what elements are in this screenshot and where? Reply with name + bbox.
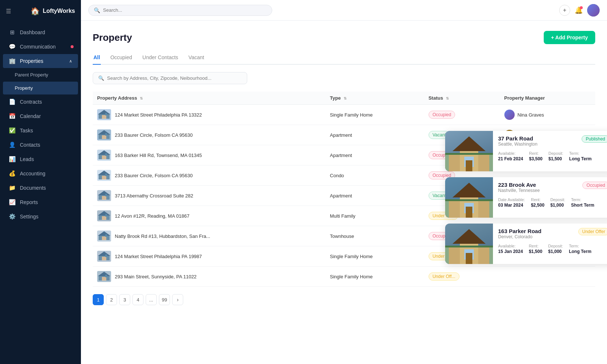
chevron-down-icon: ∧ <box>69 59 72 64</box>
sidebar-item-communication[interactable]: 💬 Communication <box>3 40 78 54</box>
table-row[interactable]: 124 Market Street Philadelphia PA 13322 … <box>93 105 595 125</box>
tabs: All Occupied Under Contacts Vacant <box>93 51 595 65</box>
property-search[interactable]: 🔍 <box>93 72 247 84</box>
address-cell: 124 Market Street Philadelphia PA 13322 <box>93 105 326 125</box>
card-rent: Rent: $2,500 <box>531 197 544 208</box>
sidebar-nav: ⊞ Dashboard 💬 Communication 🏢 Properties… <box>0 22 81 364</box>
search-box[interactable]: 🔍 <box>88 5 272 16</box>
type-cell: Apartment <box>326 145 424 165</box>
sidebar-item-label: Parent Property <box>15 72 48 78</box>
properties-icon: 🏢 <box>9 58 15 64</box>
sort-icon: ⇅ <box>344 96 347 100</box>
card-body: 37 Park Road Seattle, Washington Publish… <box>493 131 607 171</box>
svg-rect-13 <box>102 156 106 159</box>
card-image <box>445 224 493 264</box>
page-next-button[interactable]: › <box>172 294 183 305</box>
search-icon: 🔍 <box>94 7 100 13</box>
page-1-button[interactable]: 1 <box>93 294 104 305</box>
card-deposit: Deposit: $1,500 <box>549 151 563 161</box>
card-header-row: 37 Park Road Seattle, Washington Publish… <box>498 135 607 150</box>
col-type[interactable]: Type ⇅ <box>326 92 424 105</box>
tab-vacant[interactable]: Vacant <box>188 51 205 65</box>
sidebar-item-label: Accounting <box>20 171 45 176</box>
col-manager: Property Manager <box>500 92 595 105</box>
tab-all[interactable]: All <box>93 51 101 65</box>
plus-button[interactable]: + <box>559 5 570 16</box>
sidebar-item-contracts[interactable]: 📄 Contracts <box>3 95 78 109</box>
card-details: Date Available: 03 Mar 2024 Rent: $2,500… <box>498 197 607 208</box>
leads-icon: 📊 <box>9 156 15 163</box>
topbar-actions: + 🔔 <box>559 4 600 17</box>
tab-occupied[interactable]: Occupied <box>110 51 133 65</box>
sidebar-item-label: Contacts <box>20 142 40 148</box>
status-badge: Occupied <box>429 111 455 119</box>
col-address[interactable]: Property Address ⇅ <box>93 92 326 105</box>
property-card[interactable]: 163 Parker Road Denver, Colorado Under O… <box>445 224 607 264</box>
page-2-button[interactable]: 2 <box>106 294 117 305</box>
card-subtitle: Seattle, Washington <box>498 142 537 147</box>
svg-rect-29 <box>105 214 107 217</box>
sidebar-item-reports[interactable]: 📈 Reports <box>3 195 78 209</box>
address-cell: 3713 Abernathy Crossroad Suite 282 <box>93 186 326 206</box>
page-99-button[interactable]: 99 <box>159 294 170 305</box>
logo-text: LoftyWorks <box>43 8 75 14</box>
sidebar-item-leads[interactable]: 📊 Leads <box>3 152 78 166</box>
pagination: 1 2 3 4 ... 99 › <box>93 294 595 305</box>
sidebar-item-dashboard[interactable]: ⊞ Dashboard <box>3 25 78 39</box>
page-3-button[interactable]: 3 <box>119 294 130 305</box>
svg-rect-33 <box>102 236 106 240</box>
svg-rect-3 <box>102 115 106 119</box>
communication-badge <box>71 45 74 48</box>
manager-cell: Nina Graves <box>500 105 595 125</box>
calendar-icon: 📅 <box>9 113 15 119</box>
col-status[interactable]: Status ⇅ <box>424 92 500 105</box>
svg-marker-48 <box>452 136 486 151</box>
svg-rect-76 <box>466 253 472 264</box>
sidebar-item-contacts[interactable]: 👤 Contacts <box>3 138 78 152</box>
reports-icon: 📈 <box>9 199 15 206</box>
svg-rect-38 <box>102 257 106 260</box>
card-status-badge: Occupied <box>582 182 607 189</box>
type-cell: Multi Family <box>326 206 424 226</box>
sidebar-item-properties[interactable]: 🏢 Properties ∧ <box>3 54 78 68</box>
sidebar-item-accounting[interactable]: 💰 Accounting <box>3 167 78 181</box>
type-cell: Townhouse <box>326 226 424 246</box>
card-body: 223 Brook Ave Nashville, Tennessee Occup… <box>493 177 607 218</box>
sidebar-item-label: Contracts <box>20 99 42 105</box>
svg-marker-70 <box>452 229 486 244</box>
sidebar-item-parent-property[interactable]: Parent Property <box>3 68 78 81</box>
sidebar-item-documents[interactable]: 📁 Documents <box>3 181 78 195</box>
sidebar-item-property[interactable]: Property <box>3 82 78 94</box>
page-4-button[interactable]: 4 <box>132 294 143 305</box>
card-available: Date Available: 03 Mar 2024 <box>498 197 525 208</box>
sidebar-item-calendar[interactable]: 📅 Calendar <box>3 109 78 123</box>
status-badge: Under Off... <box>429 272 459 281</box>
type-cell: Condo <box>326 165 424 186</box>
property-search-input[interactable] <box>107 75 242 81</box>
property-card[interactable]: 223 Brook Ave Nashville, Tennessee Occup… <box>445 177 607 218</box>
search-input[interactable] <box>103 7 267 13</box>
sidebar-item-settings[interactable]: ⚙️ Settings <box>3 210 78 224</box>
hamburger-icon[interactable]: ☰ <box>6 8 11 15</box>
address-cell: 293 Main Street, Sunnyside, PA 11022 <box>93 267 326 287</box>
logo-icon: 🏠 <box>31 7 40 15</box>
tab-under-contacts[interactable]: Under Contacts <box>142 51 179 65</box>
svg-rect-14 <box>105 153 107 156</box>
property-card[interactable]: 37 Park Road Seattle, Washington Publish… <box>445 131 607 171</box>
table-row[interactable]: 293 Main Street, Sunnyside, PA 11022 Sin… <box>93 267 595 287</box>
notification-badge <box>580 6 583 9</box>
card-term: Term: Long Term <box>569 244 591 254</box>
svg-rect-54 <box>466 160 472 171</box>
svg-rect-55 <box>445 153 493 155</box>
add-property-button[interactable]: + Add Property <box>544 31 595 44</box>
notification-button[interactable]: 🔔 <box>575 6 583 14</box>
svg-rect-44 <box>105 275 107 277</box>
page-content: Property + Add Property All Occupied Und… <box>81 21 607 364</box>
cards-overlay: 37 Park Road Seattle, Washington Publish… <box>445 131 607 264</box>
svg-rect-23 <box>102 196 106 200</box>
address-cell: 233 Baurer Circle, Folsom CA 95630 <box>93 165 326 186</box>
sidebar-item-tasks[interactable]: ✅ Tasks <box>3 124 78 138</box>
card-term: Term: Short Term <box>571 197 594 208</box>
user-avatar[interactable] <box>587 4 600 17</box>
address-cell: 124 Market Street Philadelphia PA 19987 <box>93 246 326 267</box>
